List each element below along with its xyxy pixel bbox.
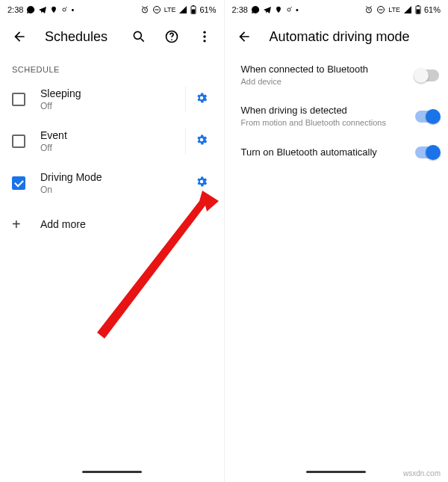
alarm-icon [364,5,373,14]
location-icon [50,5,57,14]
plus-icon: + [12,217,21,232]
add-more-row[interactable]: + Add more [0,204,224,244]
setting-bluetooth-connected[interactable]: When connected to Bluetooth Add device [225,55,449,96]
page-title: Automatic driving mode [264,29,443,45]
svg-rect-17 [417,5,419,6]
schedule-state: On [40,185,185,195]
appbar-left: Schedules [0,19,224,55]
dnd-icon [376,5,385,14]
gear-icon[interactable] [195,133,208,149]
dot-icon: • [71,5,74,14]
lte-label: LTE [388,6,400,13]
telegram-icon [263,5,272,14]
alarm-icon [140,5,149,14]
telegram-icon [38,5,47,14]
setting-label: When connected to Bluetooth [241,64,408,75]
status-time: 2:38 [7,5,23,14]
back-button[interactable] [6,23,33,50]
battery-icon [190,5,196,14]
nav-bar[interactable] [0,461,224,482]
checkbox-event[interactable] [12,135,25,148]
svg-rect-5 [192,9,196,13]
schedule-label: Sleeping [40,87,185,99]
signal-icon [403,5,412,14]
status-bar: 2:38 • LTE 61% [0,0,224,19]
schedule-state: Off [40,143,185,153]
svg-point-11 [203,40,205,42]
status-bar: 2:38 • LTE 61% [225,0,449,19]
schedule-label: Event [40,129,185,141]
svg-point-6 [134,31,141,39]
phone-left: 2:38 • LTE 61% Schedules [0,0,224,482]
signal-icon [178,5,187,14]
back-button[interactable] [231,23,258,50]
toggle-driving-detected[interactable] [415,111,439,123]
add-more-label: Add more [40,218,218,230]
schedule-row-event[interactable]: Event Off [0,120,224,162]
svg-point-0 [63,7,66,10]
setting-label: When driving is detected [241,105,408,116]
setting-sub: From motion and Bluetooth connections [241,117,408,128]
svg-rect-18 [417,9,420,13]
svg-point-13 [287,7,290,10]
dot-icon: • [296,5,299,14]
nav-pill [306,471,366,473]
battery-pct: 61% [424,5,441,14]
setting-driving-detected[interactable]: When driving is detected From motion and… [225,96,449,137]
toggle-bluetooth-connected[interactable] [415,69,439,81]
schedule-state: Off [40,101,185,111]
setting-bt-auto[interactable]: Turn on Bluetooth automatically [225,138,449,167]
whatsapp-icon [26,5,35,14]
battery-icon [415,5,421,14]
setting-label: Turn on Bluetooth automatically [241,146,408,158]
phone-right: 2:38 • LTE 61% Automatic driving mode [224,0,449,482]
battery-pct: 61% [199,5,216,14]
arrow-icon [60,6,68,13]
svg-point-8 [171,39,172,40]
search-button[interactable] [125,23,152,50]
section-header: SCHEDULE [0,55,224,78]
help-button[interactable] [158,23,185,50]
svg-point-9 [203,31,205,34]
toggle-bt-auto[interactable] [415,146,439,158]
nav-pill [82,471,142,473]
schedule-label: Driving Mode [40,171,185,183]
arrow-icon [285,6,293,13]
lte-label: LTE [164,6,176,13]
svg-rect-4 [193,5,194,6]
page-title: Schedules [39,29,119,45]
gear-icon[interactable] [195,175,208,191]
schedule-row-sleeping[interactable]: Sleeping Off [0,78,224,120]
location-icon [275,5,282,14]
whatsapp-icon [251,5,260,14]
setting-sub: Add device [241,76,408,87]
overflow-button[interactable] [191,23,218,50]
status-time: 2:38 [232,5,248,14]
checkbox-sleeping[interactable] [12,93,25,106]
appbar-right: Automatic driving mode [225,19,449,55]
dnd-icon [152,5,161,14]
gear-icon[interactable] [195,91,208,108]
watermark: wsxdn.com [403,469,441,478]
svg-point-10 [203,35,205,37]
checkbox-driving[interactable] [12,176,25,190]
schedule-row-driving[interactable]: Driving Mode On [0,162,224,204]
